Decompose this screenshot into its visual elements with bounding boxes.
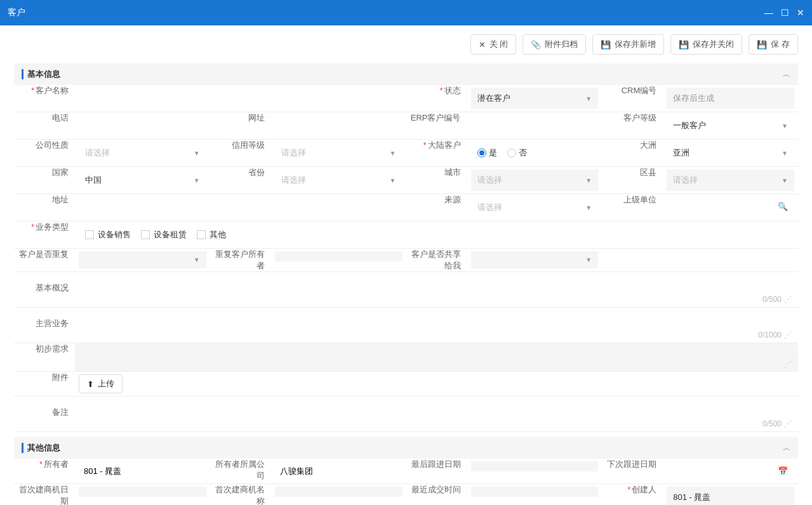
other-checkbox[interactable]: 其他 <box>197 229 226 240</box>
remark-textarea[interactable]: 0/500⋰ <box>75 403 798 431</box>
credit-level-select[interactable]: 请选择 ▼ <box>275 142 403 164</box>
resize-handle-icon[interactable]: ⋰ <box>784 419 792 428</box>
save-icon: 💾 <box>601 40 611 49</box>
first-opp-name-input <box>275 487 403 497</box>
address-input[interactable] <box>79 197 403 216</box>
save-close-button[interactable]: 💾 保存并关闭 <box>670 34 742 55</box>
initial-needs-label: 初步需求 <box>14 343 75 371</box>
caret-down-icon: ▼ <box>194 177 200 184</box>
is-duplicate-label: 客户是否重复 <box>14 249 75 272</box>
owner-label: 所有者 <box>14 459 75 483</box>
search-icon[interactable]: 🔍 <box>778 202 788 211</box>
dup-owner-label: 重复客户所有者 <box>210 249 271 272</box>
section-bar <box>22 69 23 79</box>
resize-handle-icon[interactable]: ⋰ <box>784 331 792 339</box>
other-info-title: 其他信息 <box>27 442 60 454</box>
owner-company-label: 所有者所属公司 <box>210 459 271 483</box>
caret-down-icon: ▼ <box>782 122 788 129</box>
phone-input[interactable] <box>79 115 206 134</box>
main-biz-textarea[interactable]: 0/1000⋰ <box>75 314 798 342</box>
country-select[interactable]: 中国 ▼ <box>79 169 206 191</box>
crm-no-value: 保存后生成 <box>667 88 794 109</box>
toolbar: ✕ 关 闭 📎 附件归档 💾 保存并新增 💾 保存并关闭 💾 保 存 <box>0 25 812 63</box>
continent-select[interactable]: 亚洲 ▼ <box>667 142 794 164</box>
mainland-yes-radio[interactable]: 是 <box>477 147 497 159</box>
resize-handle-icon: ⋰ <box>784 360 792 369</box>
overview-label: 基本概况 <box>14 279 75 294</box>
company-type-label: 公司性质 <box>14 140 75 166</box>
parent-unit-lookup[interactable]: 🔍 <box>667 197 794 216</box>
country-label: 国家 <box>14 167 75 193</box>
next-follow-date[interactable]: 📅 <box>667 461 794 481</box>
last-deal-time-input <box>471 487 599 497</box>
first-opp-name-label: 首次建商机名称 <box>210 484 271 505</box>
city-select: 请选择 ▼ <box>471 169 599 191</box>
customer-name-input[interactable] <box>79 88 403 107</box>
province-label: 省份 <box>210 167 271 193</box>
radio-dot-icon <box>477 148 486 157</box>
crm-no-label: CRM编号 <box>602 85 663 112</box>
province-select[interactable]: 请选择 ▼ <box>275 169 403 191</box>
save-new-button[interactable]: 💾 保存并新增 <box>592 34 664 55</box>
source-label: 来源 <box>406 194 467 221</box>
remark-label: 备注 <box>14 403 75 418</box>
equipment-sale-checkbox[interactable]: 设备销售 <box>85 229 131 240</box>
close-window-icon[interactable]: ✕ <box>797 8 804 18</box>
other-info-header[interactable]: 其他信息 ︿ <box>14 437 798 459</box>
website-input[interactable] <box>275 115 403 134</box>
owner-company-input[interactable] <box>275 461 403 481</box>
mainland-no-radio[interactable]: 否 <box>507 147 527 159</box>
save-new-label: 保存并新增 <box>615 39 656 50</box>
window-controls: — ☐ ✕ <box>764 8 804 18</box>
level-label: 客户等级 <box>602 112 663 139</box>
caret-down-icon: ▼ <box>194 150 200 157</box>
caret-down-icon: ▼ <box>390 177 396 184</box>
equipment-rent-checkbox[interactable]: 设备租赁 <box>141 229 187 240</box>
last-deal-time-label: 最近成交时间 <box>406 484 467 505</box>
mainland-label: 大陆客户 <box>406 140 467 166</box>
upload-button[interactable]: ⬆ 上传 <box>79 374 123 393</box>
attachment-label: 附件 <box>14 372 75 396</box>
save-close-label: 保存并关闭 <box>693 39 734 50</box>
biz-type-checkboxes: 设备销售 设备租赁 其他 <box>79 224 794 246</box>
address-label: 地址 <box>14 194 75 221</box>
dup-owner-input <box>275 251 403 261</box>
basic-info-title: 基本信息 <box>27 69 60 80</box>
last-follow-label: 最后跟进日期 <box>406 459 467 483</box>
owner-input[interactable] <box>79 461 206 481</box>
chevron-up-icon[interactable]: ︿ <box>783 69 790 80</box>
next-follow-label: 下次跟进日期 <box>602 459 663 483</box>
basic-info-header[interactable]: 基本信息 ︿ <box>14 63 798 85</box>
other-info-section: 其他信息 ︿ 所有者 所有者所属公司 最后跟进日期 下次跟进日期 📅 <box>14 437 798 505</box>
archive-label: 附件归档 <box>545 39 578 50</box>
last-follow-input <box>471 461 599 471</box>
main-biz-label: 主营业务 <box>14 314 75 329</box>
calendar-icon[interactable]: 📅 <box>778 466 788 476</box>
shared-to-me-select: ▼ <box>471 251 599 268</box>
basic-info-section: 基本信息 ︿ 客户名称 状态 潜在客户 ▼ CRM编号 保存后生成 电话 <box>14 63 798 432</box>
erp-no-input[interactable] <box>471 115 599 134</box>
caret-down-icon: ▼ <box>194 256 200 263</box>
maximize-icon[interactable]: ☐ <box>781 8 789 18</box>
overview-textarea[interactable]: 0/500⋰ <box>75 279 798 306</box>
save-icon: 💾 <box>679 40 689 49</box>
save-button[interactable]: 💾 保 存 <box>749 34 798 55</box>
radio-dot-icon <box>507 148 516 157</box>
biz-type-label: 业务类型 <box>14 221 75 248</box>
phone-label: 电话 <box>14 112 75 139</box>
caret-down-icon: ▼ <box>585 256 592 263</box>
creator-label: 创建人 <box>602 484 663 505</box>
chevron-up-icon[interactable]: ︿ <box>783 443 790 454</box>
city-label: 城市 <box>406 167 467 193</box>
close-button[interactable]: ✕ 关 闭 <box>470 34 517 55</box>
level-select[interactable]: 一般客户 ▼ <box>667 115 794 136</box>
creator-value: 801 - 晁盖 <box>667 487 794 505</box>
caret-down-icon: ▼ <box>585 204 592 211</box>
window-titlebar: 客户 — ☐ ✕ <box>0 0 812 25</box>
minimize-icon[interactable]: — <box>764 8 773 18</box>
close-label: 关 闭 <box>489 39 509 50</box>
company-type-select[interactable]: 请选择 ▼ <box>79 142 206 164</box>
source-select[interactable]: 请选择 ▼ <box>471 197 599 218</box>
resize-handle-icon[interactable]: ⋰ <box>784 295 792 304</box>
archive-button[interactable]: 📎 附件归档 <box>522 34 586 55</box>
